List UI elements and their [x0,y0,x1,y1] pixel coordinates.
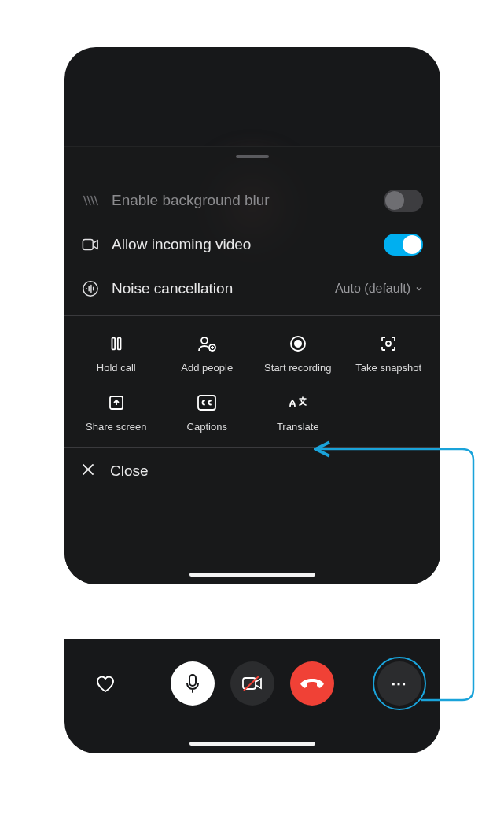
svg-point-7 [295,341,301,347]
video-icon [80,234,101,255]
tile-take-snapshot[interactable]: Take snapshot [344,332,435,374]
svg-point-4 [201,337,208,344]
toggle-knob [403,235,421,254]
svg-rect-0 [83,240,93,250]
pause-icon [105,332,128,356]
share-screen-icon [105,391,128,414]
chevron-down-icon [415,282,423,296]
svg-rect-12 [243,678,256,689]
tile-share-screen[interactable]: Share screen [71,391,162,433]
translate-icon [286,391,310,414]
callbar-frame: ⋯ [64,639,440,753]
svg-rect-11 [189,675,196,686]
snapshot-icon [377,332,400,356]
svg-rect-10 [198,396,215,410]
tile-label: Hold call [97,362,136,374]
tile-label: Share screen [86,421,146,433]
sheet-grabber[interactable] [236,155,269,158]
blur-toggle[interactable] [384,190,423,212]
tile-add-people[interactable]: Add people [162,332,253,374]
tile-label: Take snapshot [355,362,421,374]
tile-hold-call[interactable]: Hold call [71,332,162,374]
row-noise-cancellation[interactable]: Noise cancellation Auto (default) [64,267,440,311]
svg-rect-2 [112,338,115,350]
center-controls [171,661,334,706]
noise-icon [80,278,101,299]
more-button[interactable]: ⋯ [377,661,421,706]
row-incoming-video[interactable]: Allow incoming video [64,223,440,267]
noise-value-selector[interactable]: Auto (default) [335,282,423,296]
options-sheet-frame: Enable background blur Allow incoming vi… [64,47,440,584]
noise-label: Noise cancellation [112,280,335,297]
record-icon [286,332,310,356]
svg-point-1 [83,282,97,296]
svg-rect-3 [118,338,121,350]
react-button[interactable] [83,661,127,706]
tile-label: Start recording [264,362,331,374]
hangup-button[interactable] [290,661,334,706]
tile-start-recording[interactable]: Start recording [252,332,344,374]
settings-list: Enable background blur Allow incoming vi… [64,147,440,311]
svg-point-8 [386,341,391,346]
close-icon [80,462,96,481]
highlight-ring [373,657,426,710]
close-label: Close [110,462,149,480]
incoming-video-toggle[interactable] [384,234,423,256]
noise-value: Auto (default) [335,282,410,296]
incoming-video-label: Allow incoming video [112,236,384,253]
actions-sheet: Enable background blur Allow incoming vi… [64,146,440,584]
tile-translate[interactable]: Translate [252,391,344,433]
toggle-knob [385,191,404,210]
close-button[interactable]: Close [64,448,440,495]
add-person-icon [195,332,219,356]
action-grid: Hold call Add people Start recordin [64,316,440,437]
tile-label: Translate [277,421,319,433]
video-off-button[interactable] [230,661,274,706]
blur-label: Enable background blur [112,192,384,209]
blur-icon [80,190,101,211]
tile-captions[interactable]: Captions [162,391,253,433]
tile-label: Captions [187,421,227,433]
call-controls: ⋯ [64,639,440,706]
mic-button[interactable] [171,661,215,706]
home-indicator[interactable] [189,573,315,577]
captions-icon [195,391,219,414]
tile-label: Add people [181,362,233,374]
row-background-blur[interactable]: Enable background blur [64,179,440,223]
home-indicator[interactable] [189,742,315,746]
